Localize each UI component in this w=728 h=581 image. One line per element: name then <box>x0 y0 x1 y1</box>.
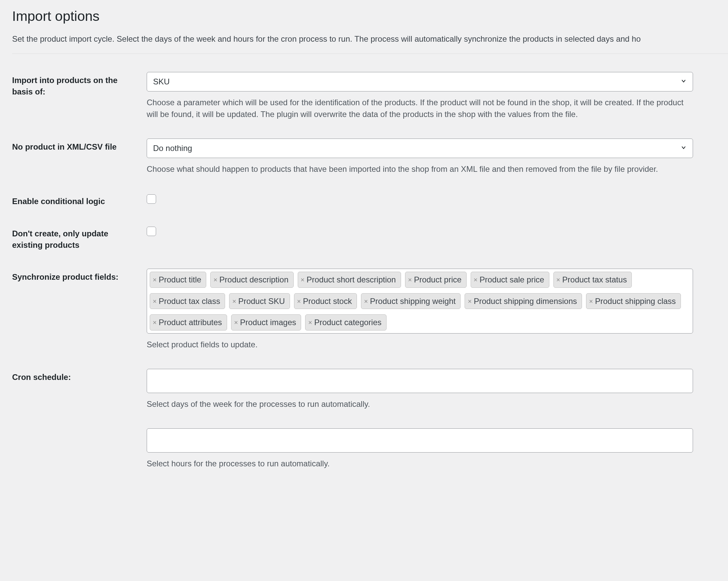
close-icon[interactable]: × <box>308 319 312 326</box>
help-sync-fields: Select product fields to update. <box>147 339 693 351</box>
tag-item: ×Product shipping dimensions <box>465 293 582 309</box>
tag-label: Product categories <box>314 317 382 328</box>
close-icon[interactable]: × <box>474 276 478 283</box>
label-basis: Import into products on the basis of: <box>12 72 147 97</box>
tag-label: Product sale price <box>480 274 544 285</box>
tag-item: ×Product shipping class <box>586 293 681 309</box>
row-no-product: No product in XML/CSV file Do nothing Ch… <box>12 139 728 175</box>
tag-item: ×Product short description <box>298 272 401 288</box>
intro-text: Set the product import cycle. Select the… <box>12 33 728 45</box>
row-conditional: Enable conditional logic <box>12 193 728 207</box>
help-basis: Choose a parameter which will be used fo… <box>147 97 693 120</box>
tag-label: Product shipping class <box>595 296 676 307</box>
tag-label: Product tax status <box>562 274 627 285</box>
tag-item: ×Product stock <box>294 293 357 309</box>
close-icon[interactable]: × <box>153 319 157 326</box>
tag-label: Product shipping dimensions <box>474 296 577 307</box>
label-no-product: No product in XML/CSV file <box>12 139 147 153</box>
label-sync-fields: Synchronize product fields: <box>12 269 147 283</box>
close-icon[interactable]: × <box>297 298 301 305</box>
close-icon[interactable]: × <box>301 276 305 283</box>
tag-item: ×Product description <box>210 272 293 288</box>
tag-item: ×Product price <box>405 272 467 288</box>
tag-label: Product description <box>219 274 288 285</box>
page-title: Import options <box>12 7 728 26</box>
tag-item: ×Product attributes <box>150 314 227 331</box>
tag-item: ×Product tax status <box>553 272 632 288</box>
close-icon[interactable]: × <box>153 276 157 283</box>
close-icon[interactable]: × <box>234 319 238 326</box>
tag-label: Product stock <box>303 296 352 307</box>
close-icon[interactable]: × <box>364 298 368 305</box>
tag-label: Product tax class <box>159 296 220 307</box>
label-only-update: Don't create, only update existing produ… <box>12 225 147 250</box>
multiselect-cron-days[interactable] <box>147 369 693 393</box>
tag-item: ×Product SKU <box>229 293 290 309</box>
row-cron-hours: Select hours for the processes to run au… <box>12 428 728 470</box>
tag-label: Product short description <box>307 274 396 285</box>
help-cron-hours: Select hours for the processes to run au… <box>147 458 693 470</box>
select-no-product[interactable]: Do nothing <box>147 139 693 158</box>
close-icon[interactable]: × <box>153 298 157 305</box>
label-cron-schedule: Cron schedule: <box>12 369 147 383</box>
checkbox-conditional[interactable] <box>147 194 156 204</box>
tag-item: ×Product sale price <box>471 272 549 288</box>
close-icon[interactable]: × <box>232 298 236 305</box>
label-conditional: Enable conditional logic <box>12 193 147 207</box>
tag-item: ×Product images <box>231 314 301 331</box>
tag-label: Product attributes <box>159 317 222 328</box>
tag-label: Product shipping weight <box>370 296 456 307</box>
tag-item: ×Product shipping weight <box>361 293 461 309</box>
close-icon[interactable]: × <box>213 276 217 283</box>
help-no-product: Choose what should happen to products th… <box>147 163 693 175</box>
tag-label: Product title <box>159 274 202 285</box>
multiselect-sync-fields[interactable]: ×Product title×Product description×Produ… <box>147 269 693 334</box>
section-divider <box>12 53 728 54</box>
tag-label: Product price <box>414 274 461 285</box>
tag-item: ×Product categories <box>305 314 387 331</box>
multiselect-cron-hours[interactable] <box>147 428 693 452</box>
close-icon[interactable]: × <box>408 276 412 283</box>
tag-label: Product SKU <box>238 296 285 307</box>
checkbox-only-update[interactable] <box>147 227 156 236</box>
tag-item: ×Product title <box>150 272 206 288</box>
help-cron-days: Select days of the week for the processe… <box>147 398 693 410</box>
tag-item: ×Product tax class <box>150 293 225 309</box>
label-cron-hours-empty <box>12 428 147 431</box>
row-only-update: Don't create, only update existing produ… <box>12 225 728 250</box>
select-basis[interactable]: SKU <box>147 72 693 91</box>
tag-label: Product images <box>240 317 296 328</box>
row-sync-fields: Synchronize product fields: ×Product tit… <box>12 269 728 351</box>
row-cron-days: Cron schedule: Select days of the week f… <box>12 369 728 410</box>
close-icon[interactable]: × <box>468 298 472 305</box>
row-basis: Import into products on the basis of: SK… <box>12 72 728 120</box>
close-icon[interactable]: × <box>556 276 561 283</box>
close-icon[interactable]: × <box>589 298 593 305</box>
